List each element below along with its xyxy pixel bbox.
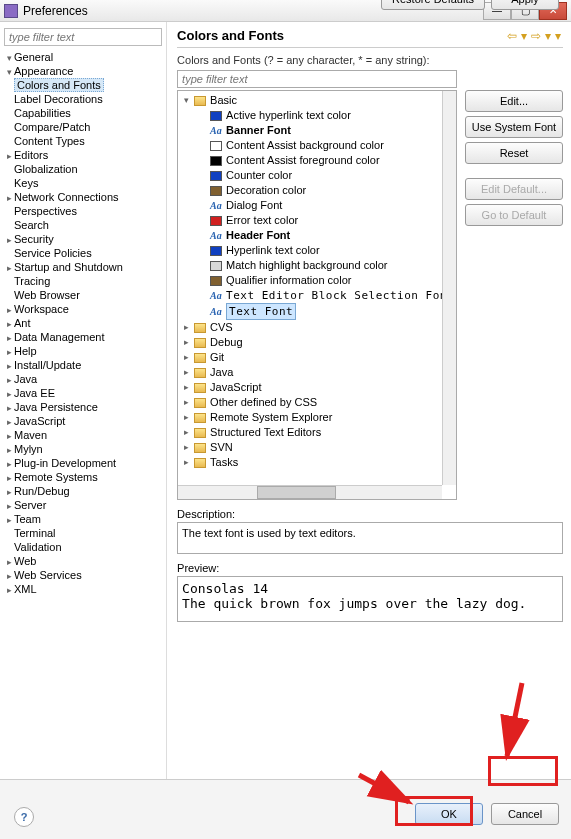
expand-icon[interactable]: ▸ xyxy=(184,440,194,455)
nav-item-label[interactable]: Security xyxy=(14,233,54,245)
cf-item[interactable]: ▸Debug xyxy=(180,335,454,350)
nav-item[interactable]: ▸Help xyxy=(4,344,162,358)
expand-icon[interactable]: ▸ xyxy=(4,417,14,427)
nav-tree[interactable]: ▾General▾AppearanceColors and FontsLabel… xyxy=(4,50,162,596)
nav-item-label[interactable]: Validation xyxy=(14,541,62,553)
cf-item[interactable]: Text Editor Block Selection Font xyxy=(180,288,454,303)
edit-button[interactable]: Edit... xyxy=(465,90,563,112)
expand-icon[interactable]: ▸ xyxy=(4,361,14,371)
expand-icon[interactable]: ▸ xyxy=(4,347,14,357)
back-menu-icon[interactable]: ▾ xyxy=(519,29,529,43)
nav-item[interactable]: ▸Web xyxy=(4,554,162,568)
expand-icon[interactable]: ▸ xyxy=(4,151,14,161)
nav-item-label[interactable]: JavaScript xyxy=(14,415,65,427)
expand-icon[interactable]: ▸ xyxy=(4,557,14,567)
expand-icon[interactable]: ▸ xyxy=(4,333,14,343)
nav-item[interactable]: Globalization xyxy=(4,162,162,176)
restore-defaults-button[interactable]: Restore Defaults xyxy=(381,0,485,10)
expand-icon[interactable]: ▸ xyxy=(4,403,14,413)
nav-item-label[interactable]: Maven xyxy=(14,429,47,441)
nav-item-label[interactable]: Run/Debug xyxy=(14,485,70,497)
expand-icon[interactable]: ▸ xyxy=(184,350,194,365)
expand-icon[interactable]: ▸ xyxy=(184,455,194,470)
nav-item[interactable]: Label Decorations xyxy=(4,92,162,106)
nav-item[interactable]: Search xyxy=(4,218,162,232)
nav-item[interactable]: Terminal xyxy=(4,526,162,540)
cf-item[interactable]: Decoration color xyxy=(180,183,454,198)
nav-item[interactable]: ▸Web Services xyxy=(4,568,162,582)
cf-item[interactable]: ▸Remote System Explorer xyxy=(180,410,454,425)
expand-icon[interactable]: ▸ xyxy=(4,263,14,273)
nav-filter-input[interactable] xyxy=(4,28,162,46)
cf-item[interactable]: Dialog Font xyxy=(180,198,454,213)
nav-item-label[interactable]: Editors xyxy=(14,149,48,161)
nav-item-label[interactable]: Tracing xyxy=(14,275,50,287)
nav-item[interactable]: Tracing xyxy=(4,274,162,288)
use-system-font-button[interactable]: Use System Font xyxy=(465,116,563,138)
nav-item[interactable]: ▸Startup and Shutdown xyxy=(4,260,162,274)
vertical-scrollbar[interactable] xyxy=(442,91,456,485)
nav-item[interactable]: ▸Security xyxy=(4,232,162,246)
nav-item[interactable]: ▸Maven xyxy=(4,428,162,442)
nav-item-label[interactable]: Colors and Fonts xyxy=(14,78,104,92)
nav-item-label[interactable]: Remote Systems xyxy=(14,471,98,483)
cf-item[interactable]: Qualifier information color xyxy=(180,273,454,288)
nav-item-label[interactable]: Help xyxy=(14,345,37,357)
nav-item[interactable]: ▸Team xyxy=(4,512,162,526)
cf-item[interactable]: Content Assist background color xyxy=(180,138,454,153)
nav-item[interactable]: ▾Appearance xyxy=(4,64,162,78)
nav-item[interactable]: Content Types xyxy=(4,134,162,148)
expand-icon[interactable]: ▸ xyxy=(184,410,194,425)
nav-item-label[interactable]: Java EE xyxy=(14,387,55,399)
nav-item-label[interactable]: Content Types xyxy=(14,135,85,147)
cf-item[interactable]: ▸Git xyxy=(180,350,454,365)
expand-icon[interactable]: ▸ xyxy=(4,515,14,525)
expand-icon[interactable]: ▸ xyxy=(4,473,14,483)
nav-item[interactable]: ▸XML xyxy=(4,582,162,596)
nav-item-label[interactable]: Appearance xyxy=(14,65,73,77)
forward-icon[interactable]: ⇨ xyxy=(529,29,543,43)
expand-icon[interactable]: ▸ xyxy=(4,305,14,315)
cf-item[interactable]: ▸Structured Text Editors xyxy=(180,425,454,440)
nav-item-label[interactable]: Capabilities xyxy=(14,107,71,119)
nav-item[interactable]: ▸Java Persistence xyxy=(4,400,162,414)
cf-item[interactable]: ▸CVS xyxy=(180,320,454,335)
expand-icon[interactable]: ▸ xyxy=(4,235,14,245)
cf-item[interactable]: Error text color xyxy=(180,213,454,228)
nav-item[interactable]: ▸Workspace xyxy=(4,302,162,316)
nav-item[interactable]: ▸Run/Debug xyxy=(4,484,162,498)
cf-item[interactable]: Header Font xyxy=(180,228,454,243)
cf-item[interactable]: Banner Font xyxy=(180,123,454,138)
nav-item[interactable]: Service Policies xyxy=(4,246,162,260)
nav-item-label[interactable]: Perspectives xyxy=(14,205,77,217)
expand-icon[interactable]: ▸ xyxy=(4,193,14,203)
horizontal-scrollbar[interactable] xyxy=(178,485,442,499)
cf-filter-input[interactable] xyxy=(177,70,457,88)
expand-icon[interactable]: ▸ xyxy=(184,320,194,335)
cf-item[interactable]: ▸Other defined by CSS xyxy=(180,395,454,410)
nav-item[interactable]: Capabilities xyxy=(4,106,162,120)
nav-item-label[interactable]: Java xyxy=(14,373,37,385)
expand-icon[interactable]: ▸ xyxy=(4,375,14,385)
reset-button[interactable]: Reset xyxy=(465,142,563,164)
cf-item[interactable]: ▸Java xyxy=(180,365,454,380)
cf-item[interactable]: ▸SVN xyxy=(180,440,454,455)
nav-item-label[interactable]: Data Management xyxy=(14,331,105,343)
apply-button[interactable]: Apply xyxy=(491,0,559,10)
expand-icon[interactable]: ▸ xyxy=(4,487,14,497)
nav-item[interactable]: Validation xyxy=(4,540,162,554)
nav-item-label[interactable]: Java Persistence xyxy=(14,401,98,413)
nav-item-label[interactable]: Search xyxy=(14,219,49,231)
nav-item-label[interactable]: Install/Update xyxy=(14,359,81,371)
nav-item-label[interactable]: Keys xyxy=(14,177,38,189)
cf-item[interactable]: Match highlight background color xyxy=(180,258,454,273)
expand-icon[interactable]: ▾ xyxy=(4,53,14,63)
back-icon[interactable]: ⇦ xyxy=(505,29,519,43)
nav-item[interactable]: ▸Plug-in Development xyxy=(4,456,162,470)
nav-item[interactable]: ▸Remote Systems xyxy=(4,470,162,484)
expand-icon[interactable]: ▸ xyxy=(184,380,194,395)
nav-item-label[interactable]: Label Decorations xyxy=(14,93,103,105)
nav-item-label[interactable]: Ant xyxy=(14,317,31,329)
expand-icon[interactable]: ▾ xyxy=(4,67,14,77)
expand-icon[interactable]: ▸ xyxy=(4,445,14,455)
